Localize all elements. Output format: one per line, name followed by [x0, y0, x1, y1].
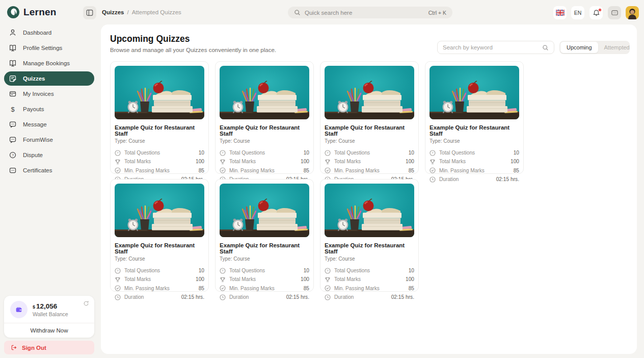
sidebar-item-quizzes[interactable]: Quizzes: [4, 71, 94, 86]
keyword-search-input[interactable]: [443, 44, 542, 50]
stat-label: Min. Passing Marks: [124, 168, 170, 173]
quiz-card-grid: Example Quiz for Restaurant Staff Type: …: [101, 53, 637, 292]
stat-value: 100: [511, 159, 519, 164]
stat-label: Total Questions: [229, 150, 265, 156]
stat-value: 02:15 hrs.: [181, 294, 204, 300]
quiz-card[interactable]: Example Quiz for Restaurant Staff Type: …: [320, 179, 419, 292]
stat-value: 100: [301, 159, 309, 164]
clock-icon: [325, 294, 331, 300]
notifications-button[interactable]: [589, 6, 603, 19]
sidebar-item-message[interactable]: Message: [4, 117, 94, 132]
flag-button[interactable]: [553, 6, 567, 19]
stat-label: Min. Passing Marks: [334, 168, 380, 173]
check-circle-icon: [430, 167, 436, 173]
sidebar-item-payouts[interactable]: $ Payouts: [4, 102, 94, 116]
quiz-title: Example Quiz for Restaurant Staff: [325, 242, 414, 254]
book-icon: [9, 59, 17, 67]
stat-value: 85: [409, 286, 414, 291]
quiz-card[interactable]: Example Quiz for Restaurant Staff Type: …: [110, 179, 209, 292]
withdraw-button[interactable]: Withdraw Now: [4, 323, 94, 338]
stat-row: ? Total Questions 10: [115, 266, 204, 275]
stat-row: Total Marks 100: [220, 275, 309, 284]
chat-icon: [9, 120, 17, 129]
brand-name: Lernen: [23, 7, 57, 18]
sidebar-toggle-button[interactable]: [83, 6, 96, 19]
quiz-title: Example Quiz for Restaurant Staff: [115, 242, 204, 254]
refresh-icon[interactable]: [83, 300, 89, 306]
check-circle-icon: [220, 167, 226, 173]
svg-text:?: ?: [117, 269, 119, 272]
stat-label: Total Questions: [229, 268, 265, 273]
stat-value: 10: [304, 150, 309, 156]
main-panel: Upcoming Quizzes Browse and manage all y…: [101, 24, 637, 354]
sidebar-item-dashboard[interactable]: Dashboard: [4, 25, 94, 40]
logout-icon: [11, 344, 17, 351]
check-circle-icon: [115, 285, 121, 291]
quiz-card[interactable]: Example Quiz for Restaurant Staff Type: …: [320, 61, 419, 174]
breadcrumb-section[interactable]: Quizzes: [102, 9, 124, 15]
search-icon: [294, 9, 301, 16]
sidebar-item-profile-settings[interactable]: Profile Settings: [4, 41, 94, 55]
sign-out-button[interactable]: Sign Out: [4, 341, 94, 354]
sidebar-item-my-invoices[interactable]: My Invoices: [4, 87, 94, 101]
stat-value: 02:15 hrs.: [286, 294, 309, 300]
stat-label: Total Questions: [439, 150, 475, 156]
quiz-card[interactable]: Example Quiz for Restaurant Staff Type: …: [215, 61, 314, 174]
stat-row: Min. Passing Marks 85: [325, 166, 414, 175]
stat-row: Duration 02:15 hrs.: [430, 175, 519, 184]
sidebar-item-forumwise[interactable]: ForumWise: [4, 133, 94, 147]
tab-attempted[interactable]: Attempted: [598, 42, 636, 53]
stat-value: 10: [514, 150, 519, 156]
language-button[interactable]: EN: [571, 6, 584, 19]
wallet-balance-label: Wallet Balance: [33, 311, 68, 317]
wallet-icon: [10, 301, 28, 318]
sidebar-item-label: Quizzes: [23, 75, 45, 82]
question-circle-icon: ?: [325, 150, 331, 156]
stat-label: Total Marks: [334, 159, 361, 164]
stat-label: Duration: [334, 294, 354, 300]
sidebar-item-label: Dashboard: [23, 30, 51, 36]
avatar[interactable]: [626, 6, 639, 19]
stat-row: ? Total Questions 10: [220, 148, 309, 157]
stat-row: Total Marks 100: [325, 275, 414, 284]
stat-row: Total Marks 100: [115, 275, 204, 284]
sidebar-item-label: Dispute: [23, 152, 43, 158]
quiz-type: Type: Course: [430, 138, 519, 144]
quiz-card[interactable]: Example Quiz for Restaurant Staff Type: …: [215, 179, 314, 292]
stat-label: Min. Passing Marks: [334, 286, 380, 291]
stat-row: Total Marks 100: [430, 157, 519, 166]
stat-row: Min. Passing Marks 85: [115, 166, 204, 175]
sidebar-item-manage-bookings[interactable]: Manage Bookings: [4, 56, 94, 70]
sidebar: Dashboard Profile Settings Manage Bookin…: [0, 24, 98, 358]
stat-value: 10: [409, 150, 414, 156]
svg-text:?: ?: [222, 269, 224, 272]
quiz-card-image: [430, 66, 519, 119]
stat-row: Total Marks 100: [115, 157, 204, 166]
stat-row: Min. Passing Marks 85: [220, 284, 309, 293]
sidebar-item-label: Profile Settings: [23, 45, 62, 51]
sidebar-item-dispute[interactable]: ? Dispute: [4, 148, 94, 162]
sidebar-item-certificates[interactable]: Certificates: [4, 163, 94, 177]
stat-row: ? Total Questions 10: [115, 148, 204, 157]
card-stats: ? Total Questions 10 Total Marks 100 Min…: [430, 148, 519, 184]
messages-button[interactable]: [608, 6, 621, 19]
stat-value: 85: [514, 168, 519, 173]
quick-search[interactable]: Quick search here Ctrl + K: [288, 7, 452, 18]
tab-upcoming[interactable]: Upcoming: [560, 42, 598, 53]
quiz-card-image: [325, 66, 414, 119]
book-icon: [9, 44, 17, 52]
quiz-title: Example Quiz for Restaurant Staff: [220, 124, 309, 137]
stat-value: 85: [199, 286, 204, 291]
sidebar-item-label: Manage Bookings: [23, 60, 70, 66]
check-circle-icon: [325, 167, 331, 173]
quiz-card[interactable]: Example Quiz for Restaurant Staff Type: …: [110, 61, 209, 174]
stat-label: Total Marks: [439, 159, 466, 164]
quiz-card[interactable]: Example Quiz for Restaurant Staff Type: …: [425, 61, 524, 174]
breadcrumb: Quizzes / Attempted Quizzes: [102, 0, 181, 24]
clock-icon: [115, 294, 121, 300]
question-circle-icon: ?: [430, 150, 436, 156]
quiz-filter-toggle: Upcoming Attempted: [559, 41, 630, 54]
stat-value: 100: [406, 276, 414, 282]
stat-label: Total Marks: [229, 159, 256, 164]
question-circle-icon: ?: [220, 150, 226, 156]
